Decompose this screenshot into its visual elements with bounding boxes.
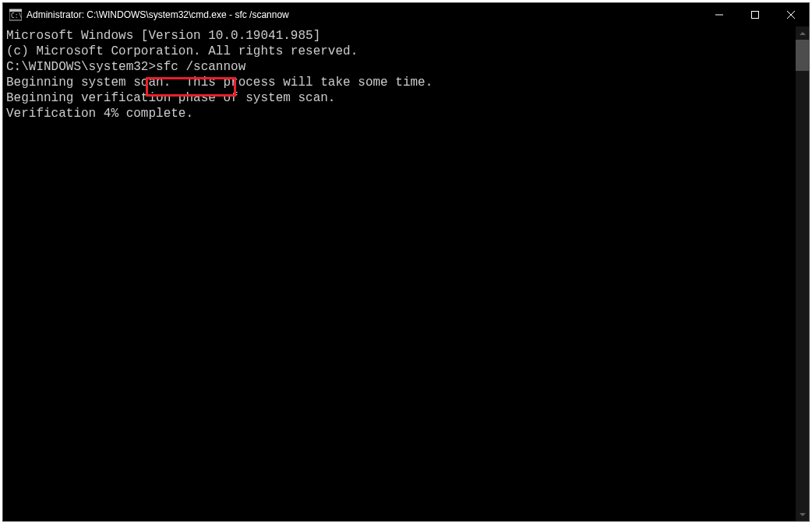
output-line: Beginning verification phase of system s… <box>6 90 793 106</box>
svg-rect-1 <box>9 9 22 12</box>
minimize-button[interactable] <box>701 3 737 26</box>
window-controls <box>701 3 809 26</box>
prompt-line: C:\WINDOWS\system32>sfc /scannow <box>6 59 793 75</box>
svg-text:C:\: C:\ <box>11 12 22 19</box>
content-area: Microsoft Windows [Version 10.0.19041.98… <box>3 26 809 521</box>
vertical-scrollbar[interactable] <box>796 26 809 521</box>
scroll-track[interactable] <box>796 40 809 508</box>
output-line: Microsoft Windows [Version 10.0.19041.98… <box>6 28 793 44</box>
scroll-down-arrow-icon[interactable] <box>796 508 809 521</box>
command-text: sfc /scannow <box>156 60 245 74</box>
close-button[interactable] <box>773 3 809 26</box>
scroll-thumb[interactable] <box>796 40 809 71</box>
maximize-button[interactable] <box>737 3 773 26</box>
terminal-output[interactable]: Microsoft Windows [Version 10.0.19041.98… <box>3 26 796 521</box>
output-line: Beginning system scan. This process will… <box>6 75 793 90</box>
svg-marker-8 <box>800 513 806 516</box>
titlebar[interactable]: C:\ Administrator: C:\WINDOWS\system32\c… <box>3 3 809 26</box>
output-line: Verification 4% complete. <box>6 106 793 121</box>
cmd-icon: C:\ <box>9 9 22 21</box>
window-title: Administrator: C:\WINDOWS\system32\cmd.e… <box>26 9 701 20</box>
scroll-up-arrow-icon[interactable] <box>796 26 809 40</box>
output-line: (c) Microsoft Corporation. All rights re… <box>6 44 793 59</box>
prompt: C:\WINDOWS\system32> <box>6 60 156 74</box>
svg-marker-7 <box>800 32 806 35</box>
cmd-window: C:\ Administrator: C:\WINDOWS\system32\c… <box>2 2 810 522</box>
svg-rect-4 <box>752 12 759 19</box>
